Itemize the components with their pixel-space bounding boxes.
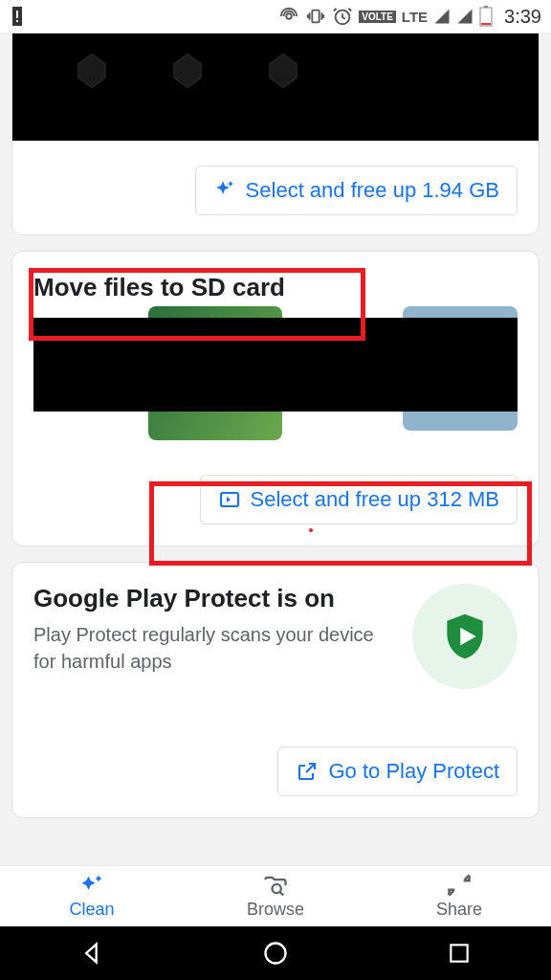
protect-title: Google Play Protect is on [33, 584, 397, 613]
card-title-move: Move files to SD card [12, 252, 539, 302]
signal-icon-1 [433, 8, 451, 25]
lte-label: LTE [402, 9, 428, 25]
svg-rect-8 [481, 23, 491, 25]
move-icon [218, 488, 241, 511]
play-protect-badge [412, 584, 518, 689]
button-label: Go to Play Protect [328, 759, 499, 784]
svg-rect-7 [484, 6, 488, 8]
nav-label: Browse [247, 900, 304, 920]
home-button[interactable] [228, 934, 323, 972]
nav-label: Share [436, 900, 482, 920]
svg-point-3 [287, 13, 293, 19]
nav-share[interactable]: Share [367, 866, 551, 926]
signal-icon-2 [456, 8, 474, 25]
nav-clean[interactable]: Clean [0, 866, 184, 926]
bottom-nav: Clean Browse Share [0, 865, 551, 926]
open-external-icon [296, 760, 319, 783]
volte-badge: VOLTE [359, 11, 396, 23]
button-label: Select and free up 1.94 GB [246, 178, 499, 203]
sparkle-icon [213, 179, 236, 202]
thumbnail-strip-2 [33, 318, 518, 433]
move-files-card: Move files to SD card Select and free up… [11, 251, 540, 546]
svg-rect-2 [16, 20, 18, 22]
svg-rect-12 [451, 945, 467, 961]
cleanup-card-top: Select and free up 1.94 GB [11, 33, 540, 235]
free-up-button-1[interactable]: Select and free up 1.94 GB [195, 166, 518, 215]
hotspot-icon [278, 6, 299, 27]
svg-point-11 [266, 944, 286, 964]
alarm-icon [332, 6, 353, 27]
system-nav-bar [0, 926, 551, 980]
folder-search-icon [262, 873, 289, 898]
app-thumb-1[interactable] [66, 45, 118, 97]
nav-label: Clean [69, 900, 114, 920]
status-bar: VOLTE LTE 3:39 [0, 0, 551, 33]
thumbnail-strip [12, 33, 539, 141]
svg-rect-1 [16, 11, 18, 18]
protect-desc: Play Protect regularly scans your device… [33, 621, 397, 675]
recent-button[interactable] [411, 934, 507, 972]
warning-icon [10, 5, 25, 28]
svg-rect-4 [313, 11, 320, 23]
free-up-button-2[interactable]: Select and free up 312 MB [200, 475, 518, 524]
clock-time: 3:39 [504, 6, 541, 28]
nav-browse[interactable]: Browse [184, 866, 367, 926]
content-area: Select and free up 1.94 GB Move files to… [0, 33, 551, 865]
share-icon [446, 873, 473, 898]
svg-point-10 [273, 884, 281, 893]
battery-icon [479, 6, 493, 27]
button-label: Select and free up 312 MB [251, 487, 500, 512]
go-to-play-protect-button[interactable]: Go to Play Protect [277, 746, 518, 796]
back-button[interactable] [44, 934, 140, 972]
play-protect-card: Google Play Protect is on Play Protect r… [11, 562, 540, 818]
sparkle-icon [78, 873, 105, 898]
app-thumb-2[interactable] [162, 45, 213, 97]
app-thumb-3[interactable] [257, 45, 309, 97]
vibrate-icon [305, 6, 326, 27]
